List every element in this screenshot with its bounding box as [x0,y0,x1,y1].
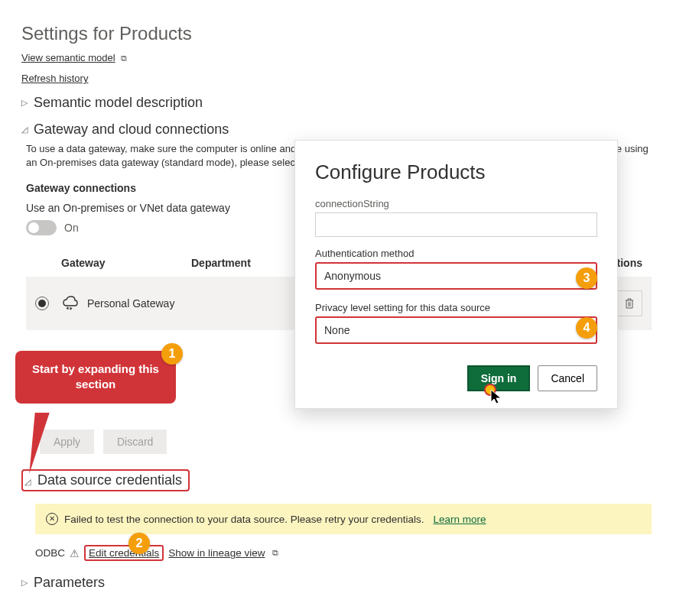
connection-string-input[interactable] [315,212,597,237]
annotation-badge-4: 4 [576,317,597,339]
toggle-state: On [64,222,79,234]
chevron-down-icon: ◿ [21,125,31,135]
error-icon: ✕ [46,513,58,525]
privacy-level-select[interactable]: None [315,316,597,344]
error-banner: ✕ Failed to test the connection to your … [35,504,652,534]
edit-credentials-link[interactable]: Edit credentials [89,547,159,559]
section-gateway[interactable]: ◿ Gateway and cloud connections [21,122,652,138]
error-text: Failed to test the connection to your da… [64,514,424,525]
datasource-type: ODBC [35,547,65,559]
cloud-sync-icon [61,294,80,313]
chevron-right-icon: ▷ [21,98,31,108]
privacy-level-label: Privacy level setting for this data sour… [315,302,597,313]
dialog-title: Configure Products [315,160,597,184]
auth-method-label: Authentication method [315,248,597,259]
section-label: Data source credentials [37,472,182,488]
section-semantic-model[interactable]: ▷ Semantic model description [21,95,652,111]
section-label: Parameters [34,575,105,591]
click-highlight-icon [484,384,496,396]
chevron-right-icon: ▷ [21,578,31,588]
section-data-source-credentials[interactable]: ◿ Data source credentials [21,469,652,491]
section-parameters[interactable]: ▷ Parameters [21,575,652,591]
chevron-down-icon: ◿ [24,477,34,487]
delete-button[interactable] [616,290,642,316]
auth-method-select[interactable]: Anonymous [315,262,597,290]
connection-string-label: connectionString [315,198,597,209]
refresh-history-link[interactable]: Refresh history [21,73,88,84]
view-semantic-model-link[interactable]: View semantic model [21,52,115,63]
sign-in-button[interactable]: Sign in [467,365,531,391]
external-link-icon: ⧉ [272,548,278,558]
gateway-radio[interactable] [35,297,49,310]
annotation-badge-3: 3 [576,267,597,289]
annotation-callout: Start by expanding this section [15,351,176,404]
configure-dialog: Configure Products connectionString Auth… [294,140,618,409]
apply-button[interactable]: Apply [40,430,94,454]
external-link-icon: ⧉ [121,53,127,63]
discard-button[interactable]: Discard [103,430,167,454]
warning-icon: ⚠ [70,547,80,559]
annotation-badge-1: 1 [161,343,183,365]
cancel-button[interactable]: Cancel [538,365,597,391]
gateway-toggle[interactable] [26,220,57,235]
gateway-name: Personal Gateway [87,297,210,310]
show-lineage-link[interactable]: Show in lineage view [168,547,265,559]
page-title: Settings for Products [21,23,652,44]
annotation-badge-2: 2 [128,533,150,554]
section-label: Semantic model description [34,95,203,111]
learn-more-link[interactable]: Learn more [434,514,486,525]
section-label: Gateway and cloud connections [34,122,229,138]
